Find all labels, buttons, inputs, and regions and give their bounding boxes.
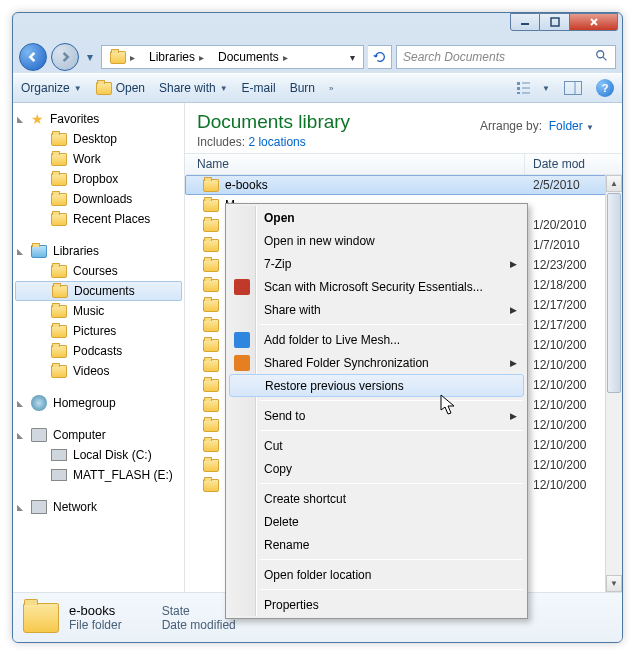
context-menu-item-shared-folder-synchronization[interactable]: Shared Folder Synchronization▶ <box>228 351 525 374</box>
breadcrumb[interactable]: ▸ Libraries▸ Documents▸ ▾ <box>101 45 364 69</box>
context-menu-item-7-zip[interactable]: 7-Zip▶ <box>228 252 525 275</box>
search-input[interactable]: Search Documents <box>396 45 616 69</box>
submenu-arrow-icon: ▶ <box>510 358 517 368</box>
nav-history-dropdown[interactable]: ▾ <box>83 47 97 67</box>
folder-icon <box>203 299 219 312</box>
breadcrumb-root-icon[interactable]: ▸ <box>104 47 141 67</box>
context-menu-label: Add folder to Live Mesh... <box>264 333 400 347</box>
nav-item-music[interactable]: Music <box>13 301 184 321</box>
folder-icon <box>203 239 219 252</box>
folder-icon <box>203 199 219 212</box>
context-menu-item-delete[interactable]: Delete <box>228 510 525 533</box>
nav-header-computer[interactable]: ◣Computer <box>13 425 184 445</box>
context-menu-item-open-in-new-window[interactable]: Open in new window <box>228 229 525 252</box>
scroll-up-button[interactable]: ▲ <box>606 175 622 192</box>
maximize-button[interactable] <box>540 13 570 31</box>
locations-link[interactable]: 2 locations <box>248 135 305 149</box>
details-type: File folder <box>69 618 122 632</box>
nav-item-matt-flash-e-[interactable]: MATT_FLASH (E:) <box>13 465 184 485</box>
details-name: e-books <box>69 603 122 618</box>
context-menu-item-send-to[interactable]: Send to▶ <box>228 404 525 427</box>
svg-rect-1 <box>551 18 559 26</box>
context-menu-label: Delete <box>264 515 299 529</box>
context-menu-separator <box>260 559 523 560</box>
breadcrumb-libraries[interactable]: Libraries▸ <box>143 47 210 67</box>
nav-item-desktop[interactable]: Desktop <box>13 129 184 149</box>
submenu-arrow-icon: ▶ <box>510 259 517 269</box>
context-menu-label: Restore previous versions <box>265 379 404 393</box>
vertical-scrollbar[interactable]: ▲ ▼ <box>605 175 622 592</box>
folder-icon <box>203 219 219 232</box>
nav-item-local-disk-c-[interactable]: Local Disk (C:) <box>13 445 184 465</box>
context-menu-label: Rename <box>264 538 309 552</box>
nav-header-homegroup[interactable]: ◣Homegroup <box>13 393 184 413</box>
context-menu-item-add-folder-to-live-mesh[interactable]: Add folder to Live Mesh... <box>228 328 525 351</box>
context-menu-separator <box>260 400 523 401</box>
context-menu-item-open-folder-location[interactable]: Open folder location <box>228 563 525 586</box>
column-date[interactable]: Date mod <box>525 157 622 171</box>
context-menu-label: Properties <box>264 598 319 612</box>
column-name[interactable]: Name <box>185 154 525 174</box>
context-menu-label: Share with <box>264 303 321 317</box>
context-menu-label: Create shortcut <box>264 492 346 506</box>
context-menu-item-open[interactable]: Open <box>228 206 525 229</box>
forward-button[interactable] <box>51 43 79 71</box>
nav-item-pictures[interactable]: Pictures <box>13 321 184 341</box>
folder-icon <box>203 339 219 352</box>
context-menu-item-rename[interactable]: Rename <box>228 533 525 556</box>
nav-header-libraries[interactable]: ◣Libraries <box>13 241 184 261</box>
address-bar: ▾ ▸ Libraries▸ Documents▸ ▾ Search Docum… <box>13 41 622 73</box>
context-menu-item-icon <box>234 355 250 371</box>
nav-header-network[interactable]: ◣Network <box>13 497 184 517</box>
context-menu-item-share-with[interactable]: Share with▶ <box>228 298 525 321</box>
file-date: 12/10/200 <box>533 398 586 412</box>
share-with-menu[interactable]: Share with ▼ <box>159 81 228 95</box>
minimize-button[interactable] <box>510 13 540 31</box>
arrange-by: Arrange by: Folder ▼ <box>480 119 594 133</box>
context-menu-label: Open <box>264 211 295 225</box>
nav-item-podcasts[interactable]: Podcasts <box>13 341 184 361</box>
submenu-arrow-icon: ▶ <box>510 411 517 421</box>
toolbar-overflow[interactable]: » <box>329 84 333 93</box>
refresh-button[interactable] <box>368 45 392 69</box>
svg-rect-7 <box>517 87 520 90</box>
context-menu-item-copy[interactable]: Copy <box>228 457 525 480</box>
nav-header-favorites[interactable]: ◣★Favorites <box>13 109 184 129</box>
email-button[interactable]: E-mail <box>242 81 276 95</box>
nav-item-recent-places[interactable]: Recent Places <box>13 209 184 229</box>
file-date: 12/10/200 <box>533 458 586 472</box>
open-button[interactable]: Open <box>96 81 145 95</box>
context-menu-item-scan-with-microsoft-security-essentials[interactable]: Scan with Microsoft Security Essentials.… <box>228 275 525 298</box>
preview-pane-button[interactable] <box>564 81 582 95</box>
context-menu-item-cut[interactable]: Cut <box>228 434 525 457</box>
file-row[interactable]: e-books2/5/2010 <box>185 175 622 195</box>
nav-item-downloads[interactable]: Downloads <box>13 189 184 209</box>
breadcrumb-dropdown[interactable]: ▾ <box>344 52 361 63</box>
context-menu-item-restore-previous-versions[interactable]: Restore previous versions <box>229 374 524 397</box>
scroll-thumb[interactable] <box>607 193 621 393</box>
nav-item-dropbox[interactable]: Dropbox <box>13 169 184 189</box>
svg-rect-12 <box>565 82 582 95</box>
file-date: 12/18/200 <box>533 278 586 292</box>
scroll-down-button[interactable]: ▼ <box>606 575 622 592</box>
arrange-by-dropdown[interactable]: Folder ▼ <box>549 119 594 133</box>
context-menu-item-properties[interactable]: Properties <box>228 593 525 616</box>
navigation-pane[interactable]: ◣★FavoritesDesktopWorkDropboxDownloadsRe… <box>13 103 185 592</box>
view-menu[interactable]: ▼ <box>516 80 550 96</box>
burn-button[interactable]: Burn <box>290 81 315 95</box>
nav-item-videos[interactable]: Videos <box>13 361 184 381</box>
details-text: e-books File folder <box>69 603 122 632</box>
nav-item-work[interactable]: Work <box>13 149 184 169</box>
context-menu-item-create-shortcut[interactable]: Create shortcut <box>228 487 525 510</box>
file-date: 12/10/200 <box>533 438 586 452</box>
folder-icon <box>203 379 219 392</box>
breadcrumb-documents[interactable]: Documents▸ <box>212 47 294 67</box>
context-menu-label: Cut <box>264 439 283 453</box>
help-icon: ? <box>596 79 614 97</box>
organize-menu[interactable]: Organize ▼ <box>21 81 82 95</box>
back-button[interactable] <box>19 43 47 71</box>
help-button[interactable]: ? <box>596 79 614 97</box>
nav-item-documents[interactable]: Documents <box>15 281 182 301</box>
nav-item-courses[interactable]: Courses <box>13 261 184 281</box>
close-button[interactable] <box>570 13 618 31</box>
